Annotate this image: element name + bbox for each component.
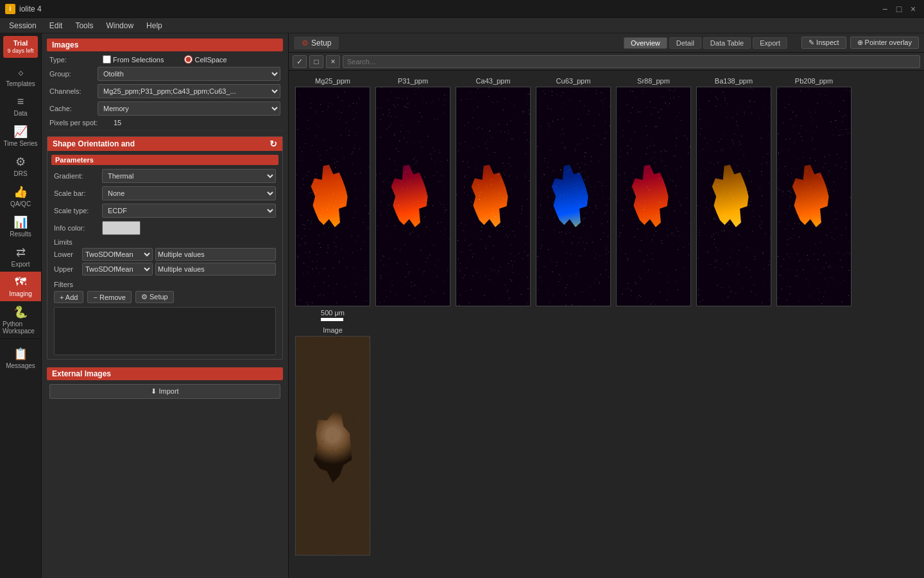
sidebar-label-results: Results: [10, 231, 31, 238]
toolbar-close-button[interactable]: ×: [326, 55, 340, 68]
menu-session[interactable]: Session: [3, 20, 43, 31]
image-canvas[interactable]: [456, 87, 531, 306]
sidebar-item-results[interactable]: 📊 Results: [0, 211, 41, 241]
sidebar-label-templates: Templates: [6, 80, 35, 87]
scale-bar-select[interactable]: None: [102, 186, 276, 200]
type-row: Type: From Selections CellSpace: [47, 55, 283, 64]
window-controls: − □ ×: [879, 3, 919, 15]
image-card[interactable]: P31_ppm: [375, 77, 450, 321]
toolbar-check-button[interactable]: ✓: [293, 55, 307, 68]
sidebar-item-export[interactable]: ⇄ Export: [0, 241, 41, 272]
sidebar-label-python: Python Workspace: [3, 320, 38, 335]
sidebar-item-time-series[interactable]: 📈 Time Series: [0, 121, 41, 151]
bottom-icon-area: 📋 Messages: [1, 338, 40, 377]
scale-type-select[interactable]: ECDF: [102, 204, 276, 218]
menu-help[interactable]: Help: [140, 20, 169, 31]
channels-select[interactable]: Mg25_ppm;P31_ppm;Ca43_ppm;Cu63_...: [98, 84, 280, 98]
image-canvas[interactable]: [616, 87, 691, 306]
image-card[interactable]: Ca43_ppm: [456, 77, 531, 321]
setup-tab[interactable]: ⚙ Setup: [294, 37, 339, 49]
sidebar-label-time-series: Time Series: [4, 140, 38, 147]
sidebar-item-data[interactable]: ≡ Data: [0, 91, 41, 121]
tab-data-table[interactable]: Data Table: [703, 37, 751, 49]
image-card-label: Pb208_ppm: [795, 77, 833, 85]
gradient-row: Gradient: Thermal: [51, 169, 278, 183]
external-images-section: External Images ⬇ Import: [47, 367, 283, 399]
search-input[interactable]: [343, 55, 920, 68]
content-top-bar: ⚙ Setup Overview Detail Data Table Expor…: [289, 33, 924, 53]
icon-sidebar: Trial 9 days left ⬦ Templates ≡ Data 📈 T…: [0, 33, 42, 578]
cell-space-radio[interactable]: CellSpace: [184, 55, 227, 64]
view-tabs: Overview Detail Data Table Export: [624, 37, 787, 49]
sidebar-item-drs[interactable]: ⚙ DRS: [0, 151, 41, 181]
scale-bar-area: 500 μm: [321, 309, 345, 321]
sidebar-label-drs: DRS: [13, 170, 27, 177]
info-color-label: Info color:: [54, 224, 102, 232]
menu-window[interactable]: Window: [99, 20, 140, 31]
minimize-button[interactable]: −: [879, 3, 891, 15]
sidebar-item-qaqc[interactable]: 👍 QA/QC: [0, 181, 41, 211]
image-canvas[interactable]: [375, 87, 450, 306]
add-filter-button[interactable]: + Add: [54, 291, 83, 303]
filters-section: Filters + Add − Remove ⚙ Setup: [51, 281, 278, 355]
tab-detail[interactable]: Detail: [669, 37, 701, 49]
sidebar-item-imaging[interactable]: 🗺 Imaging: [0, 272, 41, 301]
cell-space-input[interactable]: [184, 55, 193, 64]
filters-area: [54, 307, 276, 355]
python-icon: 🐍: [13, 305, 28, 319]
menu-bar: Session Edit Tools Window Help: [0, 18, 924, 33]
image-card[interactable]: Cu63_ppm: [536, 77, 611, 321]
cell-space-label: CellSpace: [194, 56, 227, 64]
image-card[interactable]: Sr88_ppm: [616, 77, 691, 321]
image-card[interactable]: Pb208_ppm: [776, 77, 851, 321]
panel-area: Images Type: From Selections CellSpace G…: [42, 33, 289, 578]
tab-export[interactable]: Export: [753, 37, 787, 49]
image-canvas[interactable]: [295, 87, 370, 306]
export-icon: ⇄: [16, 245, 26, 259]
inspect-button[interactable]: ✎ Inspect: [801, 37, 846, 49]
maximize-button[interactable]: □: [893, 3, 905, 15]
lower-value-input[interactable]: [155, 248, 276, 261]
scale-bar-label: Scale bar:: [54, 189, 102, 197]
image-canvas[interactable]: [776, 87, 851, 306]
type-label: Type:: [49, 56, 98, 64]
image-canvas[interactable]: [295, 336, 370, 556]
image-canvas[interactable]: [536, 87, 611, 306]
setup-filter-button[interactable]: ⚙ Setup: [135, 291, 174, 303]
image-card-label: Cu63_ppm: [556, 77, 591, 85]
image-card[interactable]: Ba138_ppm: [696, 77, 771, 321]
trial-badge: Trial 9 days left: [3, 36, 38, 58]
setup-tab-label: Setup: [311, 39, 331, 48]
image-card[interactable]: Image: [295, 326, 370, 556]
from-selections-checkbox[interactable]: From Selections: [103, 55, 164, 64]
image-canvas[interactable]: [696, 87, 771, 306]
from-selections-input[interactable]: [103, 55, 111, 64]
toolbar-square-button[interactable]: □: [309, 55, 323, 68]
image-card-label: Ca43_ppm: [476, 77, 511, 85]
upper-limit-row: Upper TwoSDOfMean: [51, 263, 278, 276]
info-color-swatch[interactable]: [102, 221, 141, 235]
sidebar-item-messages[interactable]: 📋 Messages: [3, 343, 38, 373]
close-button[interactable]: ×: [907, 3, 919, 15]
cache-select[interactable]: Memory: [98, 101, 280, 116]
sidebar-item-python[interactable]: 🐍 Python Workspace: [0, 301, 41, 338]
menu-tools[interactable]: Tools: [69, 20, 99, 31]
tab-overview[interactable]: Overview: [624, 37, 667, 49]
info-color-row: Info color:: [51, 221, 278, 235]
lower-select[interactable]: TwoSDOfMean: [82, 248, 153, 261]
image-card[interactable]: Mg25_ppm500 μm: [295, 77, 370, 321]
gradient-select[interactable]: Thermal: [102, 169, 276, 183]
sidebar-item-templates[interactable]: ⬦ Templates: [0, 62, 41, 91]
lower-limit-row: Lower TwoSDOfMean: [51, 248, 278, 261]
menu-edit[interactable]: Edit: [43, 20, 69, 31]
pointer-overlay-button[interactable]: ⊕ Pointer overlay: [850, 37, 919, 49]
upper-value-input[interactable]: [155, 263, 276, 276]
title-bar: i iolite 4 − □ ×: [0, 0, 924, 18]
image-card-label: P31_ppm: [398, 77, 428, 85]
group-select[interactable]: Otolith: [98, 67, 280, 81]
upper-select[interactable]: TwoSDOfMean: [82, 263, 153, 276]
remove-filter-button[interactable]: − Remove: [87, 291, 131, 303]
import-button[interactable]: ⬇ Import: [49, 384, 280, 399]
gradient-label: Gradient:: [54, 172, 102, 180]
scale-label: 500 μm: [321, 309, 345, 317]
